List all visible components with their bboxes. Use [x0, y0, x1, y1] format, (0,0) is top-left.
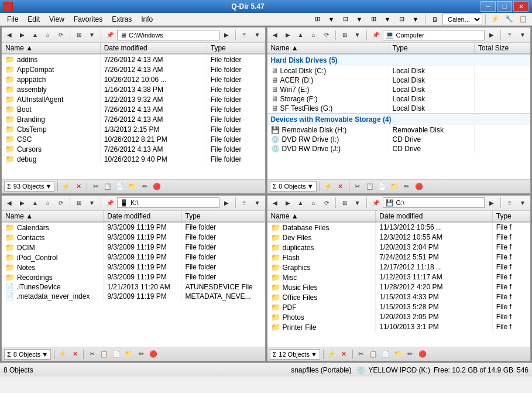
pane-tr-path-go[interactable]: ▶	[486, 29, 497, 41]
pane-br-path-bar[interactable]: 💾 G:\	[383, 197, 485, 208]
pane-br-pin[interactable]: 📌	[370, 197, 382, 209]
minimize-button[interactable]: ─	[480, 1, 496, 12]
pane-tl-opt[interactable]: ▼	[252, 29, 263, 41]
table-row[interactable]: 📁Branding7/26/2012 4:13 AMFile folder	[2, 114, 265, 124]
pane-tl-home[interactable]: ⌂	[42, 29, 54, 41]
pane-br-sb6[interactable]: 📁	[393, 349, 403, 360]
menu-edit[interactable]: Edit	[23, 14, 44, 25]
table-row[interactable]: 💾Removable Disk (H:)Removable Disk	[267, 125, 530, 135]
pane-tl-view[interactable]: ⊞	[73, 29, 85, 41]
pane-tr-opt[interactable]: ▼	[517, 29, 528, 41]
table-row[interactable]: 📁Flash7/24/2012 5:51 PMFile f	[267, 252, 530, 262]
pane-br-sb2[interactable]: ✕	[339, 349, 349, 360]
table-row[interactable]: 📁Contacts9/3/2009 11:19 PMFile folder	[2, 233, 265, 242]
toolbar-btn-9[interactable]: 🗓	[428, 13, 441, 26]
pane-tr-sb2[interactable]: ✕	[335, 181, 346, 192]
pane-tl-pin[interactable]: 📌	[104, 29, 116, 41]
pane-br-sb8[interactable]: 🔴	[417, 349, 428, 360]
table-row[interactable]: 📁Boot7/26/2012 4:13 AMFile folder	[2, 104, 265, 114]
menu-favorites[interactable]: Favorites	[69, 14, 107, 25]
pane-tl-view-arrow[interactable]: ▼	[86, 29, 98, 41]
col-br-type[interactable]: Type	[492, 211, 530, 222]
pane-br-sb4[interactable]: 📋	[368, 349, 379, 360]
pane-tl-back[interactable]: ◀	[4, 29, 15, 41]
pane-bl-sb1[interactable]: ⚡	[57, 349, 68, 360]
pane-tr-view[interactable]: ⊞	[339, 29, 351, 41]
pane-bl-refresh[interactable]: ⟳	[55, 197, 67, 209]
pane-tr-sb5[interactable]: 📄	[377, 181, 387, 192]
table-row[interactable]: 📁Calendars9/3/2009 11:19 PMFile folder	[2, 222, 265, 233]
pane-tr-sb3[interactable]: ✂	[352, 181, 363, 192]
pane-tl-sb3[interactable]: ✂	[90, 181, 101, 192]
col-bl-name[interactable]: Name ▲	[2, 211, 104, 222]
toolbar-btn-10[interactable]: ⚡	[489, 13, 502, 26]
table-row[interactable]: 📁DCIM9/3/2009 11:19 PMFile folder	[2, 242, 265, 252]
pane-bl-pin[interactable]: 📌	[104, 197, 116, 209]
pane-bl-sb2[interactable]: ✕	[70, 349, 80, 360]
close-button[interactable]: ✕	[513, 1, 528, 12]
pane-tr-tree[interactable]: ≡	[504, 29, 516, 41]
pane-bl-view[interactable]: ⊞	[73, 197, 85, 209]
pane-bl-back[interactable]: ◀	[4, 197, 15, 209]
pane-br-sb5[interactable]: 📄	[380, 349, 391, 360]
table-row[interactable]: 📁Graphics12/17/2012 11:18 ...File f	[267, 262, 530, 272]
table-row[interactable]: 🖥Local Disk (C:)Local Disk	[267, 66, 530, 76]
table-row[interactable]: 💿DVD RW Drive (J:)CD Drive	[267, 144, 530, 153]
pane-br-view-arrow[interactable]: ▼	[352, 197, 363, 209]
table-row[interactable]: 📁Office Files1/15/2013 4:33 PMFile f	[267, 292, 530, 302]
table-row[interactable]: 📄.iTunesDevice1/21/2013 11:20 AMATUNESDE…	[2, 282, 265, 292]
col-br-name[interactable]: Name ▲	[267, 211, 376, 222]
table-row[interactable]: 📁Music Files11/28/2012 4:20 PMFile f	[267, 282, 530, 292]
col-tl-type[interactable]: Type	[207, 43, 265, 54]
table-row[interactable]: 📁duplicates1/20/2013 2:04 PMFile f	[267, 242, 530, 252]
pane-tr-sb8[interactable]: 🔴	[414, 181, 424, 192]
table-row[interactable]: 📁apppatch10/26/2012 10:06 ...File folder	[2, 74, 265, 84]
table-row[interactable]: 📁addins7/26/2012 4:13 AMFile folder	[2, 54, 265, 64]
toolbar-btn-6[interactable]: ▼	[381, 13, 394, 26]
pane-tl-table[interactable]: Name ▲ Date modified Type 📁addins7/26/20…	[2, 43, 265, 179]
pane-tl-up[interactable]: ▲	[29, 29, 41, 41]
pane-bl-sb3[interactable]: ✂	[87, 349, 97, 360]
pane-bl-up[interactable]: ▲	[29, 197, 41, 209]
table-row[interactable]: 📁PDF1/15/2013 5:28 PMFile f	[267, 302, 530, 312]
pane-br-table[interactable]: Name ▲ Date modified Type 📁Database File…	[267, 211, 531, 347]
pane-tr-sb4[interactable]: 📋	[365, 181, 375, 192]
pane-bl-sb6[interactable]: 📁	[123, 349, 134, 360]
table-row[interactable]: 📁Photos1/20/2013 2:05 PMFile f	[267, 312, 530, 322]
table-row[interactable]: 🖥Win7 (E:)Local Disk	[267, 85, 530, 94]
col-tl-name[interactable]: Name ▲	[2, 43, 100, 54]
pane-tl-refresh[interactable]: ⟳	[55, 29, 67, 41]
pane-tr-table[interactable]: Name ▲ Type Total Size Hard Disk Drives …	[267, 43, 531, 179]
table-row[interactable]: 🖥ACER (D:)Local Disk	[267, 76, 530, 85]
menu-extras[interactable]: Extras	[107, 14, 136, 25]
col-tr-type[interactable]: Type	[389, 43, 475, 54]
pane-br-refresh[interactable]: ⟳	[321, 197, 332, 209]
pane-br-tree[interactable]: ≡	[504, 197, 516, 209]
pane-bl-forward[interactable]: ▶	[16, 197, 28, 209]
pane-tr-sb7[interactable]: ✏	[401, 181, 412, 192]
table-row[interactable]: 🖥SF TestFiles (G:)Local Disk	[267, 104, 530, 114]
pane-tr-up[interactable]: ▲	[295, 29, 307, 41]
pane-tl-path-go[interactable]: ▶	[221, 29, 232, 41]
table-row[interactable]: 📁debug10/26/2012 9:40 PMFile folder	[2, 154, 265, 164]
toolbar-btn-11[interactable]: 🔧	[503, 13, 516, 26]
pane-tl-sb1[interactable]: ⚡	[61, 181, 71, 192]
pane-br-back[interactable]: ◀	[269, 197, 281, 209]
pane-tr-sb6[interactable]: 📁	[389, 181, 400, 192]
menu-info[interactable]: Info	[136, 14, 157, 25]
pane-bl-sb8[interactable]: 🔴	[148, 349, 159, 360]
menu-view[interactable]: View	[44, 14, 69, 25]
toolbar-btn-4[interactable]: ▼	[353, 13, 366, 26]
toolbar-btn-12[interactable]: 📋	[517, 13, 530, 26]
pane-bl-view-arrow[interactable]: ▼	[86, 197, 98, 209]
pane-tl-sb7[interactable]: ✏	[139, 181, 150, 192]
table-row[interactable]: 📁iPod_Control9/3/2009 11:19 PMFile folde…	[2, 252, 265, 262]
col-bl-date[interactable]: Date modified	[104, 211, 181, 222]
table-row[interactable]: 📁Misc1/12/2013 11:17 AMFile f	[267, 272, 530, 282]
calendar-dropdown[interactable]: Calen...	[442, 13, 482, 25]
pane-tr-path-bar[interactable]: 💻 Computer	[383, 30, 485, 40]
pane-br-sb1[interactable]: ⚡	[327, 349, 337, 360]
table-row[interactable]: 📁Recordings9/3/2009 11:19 PMFile folder	[2, 272, 265, 282]
toolbar-btn-3[interactable]: ⊟	[339, 13, 352, 26]
pane-tr-back[interactable]: ◀	[269, 29, 281, 41]
